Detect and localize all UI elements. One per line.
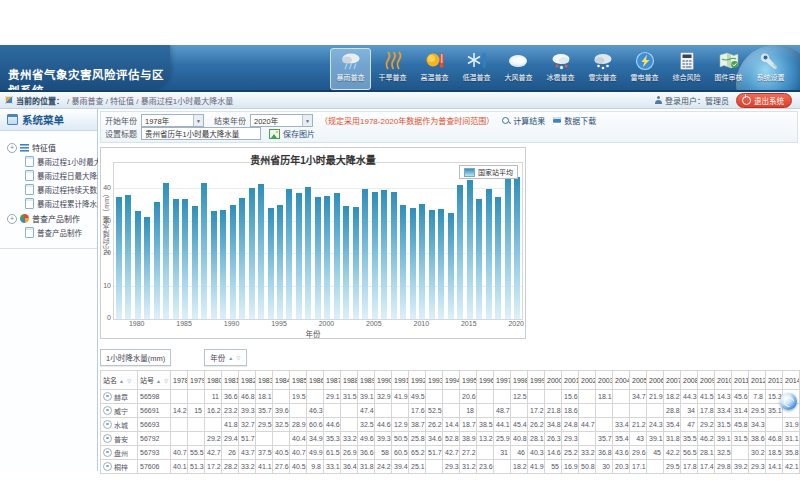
year-column-header[interactable]: 1983 (256, 371, 273, 390)
year-column-header[interactable]: 1981 (222, 371, 239, 390)
year-column-header[interactable]: 2010 (715, 371, 732, 390)
value-cell (596, 418, 613, 432)
year-column-header[interactable]: 1994 (443, 371, 460, 390)
row-expand-icon[interactable] (103, 448, 112, 457)
year-column-header[interactable]: 2004 (613, 371, 630, 390)
start-year-select[interactable]: 1978年 ▼ (141, 114, 204, 127)
value-cell: 40.7 (290, 446, 307, 460)
station-name: 威宁 (114, 408, 128, 415)
year-column-header[interactable]: 2001 (562, 371, 579, 390)
year-column-header[interactable]: 2007 (664, 371, 681, 390)
end-year-select[interactable]: 2020年 ▼ (250, 114, 313, 127)
tree-leaf[interactable]: 普查产品制作 (25, 227, 95, 238)
sort-arrows-icon[interactable] (156, 377, 169, 384)
tree-leaf-label: 暴雨过程累计降水量 (37, 198, 105, 209)
tree-node[interactable]: +普查产品制作 (7, 213, 95, 224)
table-row[interactable]: 赫章565981136.646.818.119.529.131.539.132.… (101, 390, 800, 404)
value-cell: 27.6 (273, 460, 290, 474)
station-name-column-header[interactable]: 站名 (101, 371, 138, 390)
year-column-header[interactable]: 1980 (205, 371, 222, 390)
toolbar-item-9[interactable]: 综合风险 (666, 48, 707, 90)
y-tick-label: 40 (101, 184, 111, 191)
table-row[interactable]: 水城5669341.832.729.532.528.960.644.632.54… (101, 418, 800, 432)
value-cell: 18 (460, 404, 477, 418)
station-id: 56691 (138, 404, 171, 418)
tree-leaf[interactable]: 暴雨过程日最大降水量 (25, 170, 95, 181)
year-column-header[interactable]: 2008 (681, 371, 698, 390)
year-column-header[interactable]: 1992 (409, 371, 426, 390)
year-column-header[interactable]: 1987 (324, 371, 341, 390)
year-column-header[interactable]: 1985 (290, 371, 307, 390)
year-column-header[interactable]: 1991 (392, 371, 409, 390)
year-column-header[interactable]: 2012 (749, 371, 766, 390)
breadcrumb[interactable]: / 暴雨普查 / 特征值 / 暴雨过程1小时最大降水量 (67, 95, 233, 106)
calculate-button[interactable]: 计算结果 (502, 115, 545, 126)
year-column-header[interactable]: 2014 (783, 371, 800, 390)
logout-button[interactable]: 退出系统 (736, 93, 792, 108)
year-column-header[interactable]: 2011 (732, 371, 749, 390)
chart-title-input[interactable] (141, 127, 261, 140)
table-row[interactable]: 桐梓5760640.151.317.228.233.241.127.640.59… (101, 460, 800, 474)
table-row[interactable]: 威宁5669114.21516.223.239.335.739.646.347.… (101, 404, 800, 418)
year-column-header[interactable]: 1982 (239, 371, 256, 390)
tree-leaf[interactable]: 暴雨过程累计降水量 (25, 198, 95, 209)
toolbar-item-2[interactable]: 干旱普查 (372, 48, 413, 90)
year-column-header[interactable]: 2002 (579, 371, 596, 390)
year-column-header[interactable]: 1996 (477, 371, 494, 390)
toolbar-item-10[interactable]: 图件审核 (708, 48, 749, 90)
row-expand-icon[interactable] (103, 462, 112, 471)
station-id-column-header[interactable]: 站号 (138, 371, 171, 390)
year-column-header[interactable]: 1978 (171, 371, 188, 390)
tree-node[interactable]: +特征值 (7, 142, 95, 153)
value-cell: 31.4 (732, 404, 749, 418)
row-expand-icon[interactable] (103, 392, 112, 401)
toolbar-item-4[interactable]: 低温普查 (456, 48, 497, 90)
toolbar-item-5[interactable]: 大风普查 (498, 48, 539, 90)
row-expand-icon[interactable] (103, 434, 112, 443)
save-image-button[interactable]: 保存图片 (269, 128, 315, 139)
tree-leaf[interactable]: 暴雨过程1小时最大降水量 (25, 156, 95, 167)
toolbar-item-3[interactable]: 高温普查 (414, 48, 455, 90)
year-column-header[interactable]: 2005 (630, 371, 647, 390)
year-filter-box[interactable]: 年份 (204, 349, 247, 366)
year-column-header[interactable]: 1997 (494, 371, 511, 390)
row-expand-icon[interactable] (103, 406, 112, 415)
year-column-header[interactable]: 1988 (341, 371, 358, 390)
year-column-header[interactable]: 2006 (647, 371, 664, 390)
year-column-header[interactable]: 1998 (511, 371, 528, 390)
year-column-header[interactable]: 1986 (307, 371, 324, 390)
row-expand-icon[interactable] (103, 420, 112, 429)
year-column-header[interactable]: 1995 (460, 371, 477, 390)
year-column-header[interactable]: 1990 (375, 371, 392, 390)
x-tick-label: 2015 (458, 320, 480, 327)
floating-widget-icon[interactable] (780, 393, 797, 410)
year-column-header[interactable]: 1993 (426, 371, 443, 390)
sort-arrows-icon[interactable] (119, 377, 132, 384)
toolbar-item-11[interactable]: 系统设置 (750, 48, 791, 90)
value-cell: 29.2 (205, 432, 222, 446)
value-cell: 17.1 (630, 460, 647, 474)
expand-icon[interactable]: + (7, 143, 17, 153)
year-column-header[interactable]: 2000 (545, 371, 562, 390)
year-column-header[interactable]: 1999 (528, 371, 545, 390)
expand-icon[interactable]: + (7, 214, 17, 224)
toolbar-item-6[interactable]: 冰雹普查 (540, 48, 581, 90)
toolbar-item-1[interactable]: 暴雨普查 (330, 48, 371, 90)
tree-leaf[interactable]: 暴雨过程持续天数 (25, 184, 95, 195)
measure-filter-box[interactable]: 1小时降水量(mm) (100, 349, 171, 366)
sort-arrows-icon[interactable] (228, 353, 241, 362)
year-column-header[interactable]: 2013 (766, 371, 783, 390)
value-cell: 45.8 (732, 418, 749, 432)
table-row[interactable]: 盘州5679340.755.542.72643.737.540.540.749.… (101, 446, 800, 460)
year-column-header[interactable]: 1989 (358, 371, 375, 390)
year-column-header[interactable]: 2003 (596, 371, 613, 390)
table-row[interactable]: 普安5679229.229.451.740.434.935.333.249.63… (101, 432, 800, 446)
bar-1978 (116, 197, 122, 319)
year-column-header[interactable]: 1984 (273, 371, 290, 390)
year-column-header[interactable]: 2009 (698, 371, 715, 390)
toolbar-item-8[interactable]: 雷电普查 (624, 48, 665, 90)
year-column-header[interactable]: 1979 (188, 371, 205, 390)
bar-1988 (211, 211, 217, 319)
toolbar-item-7[interactable]: 雪灾普查 (582, 48, 623, 90)
download-button[interactable]: 数据下载 (553, 115, 596, 126)
